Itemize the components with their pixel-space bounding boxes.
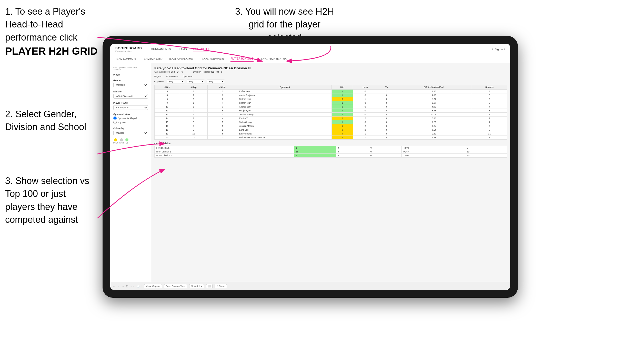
radio-opponents-played-input[interactable] [113, 117, 117, 120]
radio-top100-input[interactable] [113, 121, 117, 124]
sub-nav-player-h2h-grid[interactable]: PLAYER H2H GRID [230, 56, 253, 62]
player-rank-select[interactable]: 8. Katelyn Vo [113, 105, 148, 110]
ood-loss: 0 [336, 154, 369, 158]
td-loss: 1 [353, 136, 378, 140]
toolbar-forward[interactable]: → [122, 285, 124, 287]
filters-section: Region Conference Opponent [154, 75, 507, 78]
player-label: Player [113, 73, 148, 76]
td-win: 2 [332, 136, 353, 140]
toolbar-view-original[interactable]: View: Original [144, 284, 162, 288]
instruction-step3-bottom: 3. Show selection vs Top 100 or just pla… [5, 175, 92, 226]
td-reg: 11 [180, 136, 207, 140]
td-loss: 0 [353, 101, 378, 105]
radio-opponents-played-label: Opponents Played [118, 117, 137, 120]
td-div: 9 [155, 101, 180, 105]
td-diff: 1.50 [396, 90, 472, 93]
sidebar-timestamp: Last Updated: 27/03/2024 16:55:38 [113, 66, 148, 71]
td-div: 10 [155, 105, 180, 109]
toolbar-watch[interactable]: 👁 Watch ▾ [189, 284, 204, 288]
timestamp-line1: Last Updated: 27/03/2024 [113, 66, 137, 69]
toolbar-redo[interactable]: ↩↪ [130, 285, 135, 287]
nav-tournaments[interactable]: TOURNAMENTS [149, 46, 171, 52]
td-conf: 6 [207, 132, 238, 136]
td-loss: 0 [353, 120, 378, 124]
sub-nav-player-heatmap[interactable]: PLAYER H2H HEATMAP [260, 56, 288, 61]
td-diff: 1.25 [396, 120, 472, 124]
table-row: 19 10 6 Emily Chang 4 1 0 0.30 11 [155, 132, 507, 136]
opponent-view-label: Opponent view [113, 113, 148, 115]
nav-signout[interactable]: Sign out [495, 48, 505, 51]
th-loss: Loss [353, 85, 378, 90]
sub-nav-team-h2h-grid[interactable]: TEAM H2H GRID [143, 56, 163, 61]
td-loss: 1 [353, 97, 378, 101]
ood-win: 5 [294, 154, 336, 158]
td-rounds: 4 [472, 120, 507, 124]
th-conf: # Conf [207, 85, 238, 90]
td-opponent: Emily Chang [238, 132, 331, 136]
td-rounds: 2 [472, 113, 507, 117]
td-div: 14 [155, 117, 180, 120]
th-div: # Div [155, 85, 180, 90]
td-div: 18 [155, 128, 180, 132]
td-div: 15 [155, 120, 180, 124]
sub-nav-team-heatmap[interactable]: TEAM H2H HEATMAP [169, 56, 195, 61]
td-diff: 0.30 [396, 132, 472, 136]
nav-info[interactable]: i [492, 48, 492, 51]
gender-select[interactable]: Women's [113, 83, 148, 87]
opponent-select[interactable]: (All) [207, 80, 225, 83]
opponent-view-radios: Opponents Played Top 100 [113, 117, 148, 124]
table-row: 5 2 2 Alexis Sudjianto 1 0 0 4.00 3 [155, 93, 507, 97]
app-nav: SCOREBOARD Powered by clippd TOURNAMENTS… [110, 44, 510, 55]
bottom-toolbar: ↩ ← → ⬚ ↩↪ 🕐 | View: Original Save Custo… [110, 282, 510, 290]
colour-by-select[interactable]: Win/loss [113, 131, 148, 135]
logo-block: SCOREBOARD Powered by clippd [115, 46, 143, 52]
td-rounds: 6 [472, 136, 507, 140]
radio-top100[interactable]: Top 100 [113, 121, 148, 124]
table-row: 10 6 3 Andrea York 2 0 0 4.00 4 [155, 105, 507, 109]
toolbar-save-view[interactable]: Save Custom View [164, 284, 187, 288]
td-reg: 1 [180, 113, 207, 117]
data-title: Katelyn Vo Head-to-Head Grid for Women's… [154, 66, 507, 70]
legend-down-dot [114, 138, 117, 141]
td-win: 1 [332, 93, 353, 97]
td-opponent: Sharon Mun [238, 101, 331, 105]
nav-teams[interactable]: TEAMS [177, 46, 187, 52]
data-record-row: Overall Record: 353 - 34 - 6 Division Re… [154, 71, 507, 73]
toolbar-divider: | [142, 285, 142, 287]
radio-opponents-played[interactable]: Opponents Played [113, 117, 148, 120]
td-opponent: Euna Lee [238, 128, 331, 132]
td-rounds: 9 [472, 117, 507, 120]
td-reg: 10 [180, 132, 207, 136]
td-rounds: 3 [472, 93, 507, 97]
toolbar-grid[interactable]: ⬚ [126, 285, 128, 287]
division-select[interactable]: NCAA Division III [113, 94, 148, 99]
toolbar-back[interactable]: ← [117, 285, 120, 287]
td-conf: 5 [207, 124, 238, 128]
td-opponent: Sydney Kuo [238, 97, 331, 101]
filters-row-inline: Opponents: (All) (All) (All) [154, 80, 507, 83]
toolbar-undo[interactable]: ↩ [113, 285, 115, 287]
td-diff: -0.94 [396, 124, 472, 128]
td-reg: 8 [180, 120, 207, 124]
toolbar-layout[interactable]: ⬜ [206, 284, 213, 288]
toolbar-share[interactable]: ↗ Share [215, 284, 227, 288]
td-opponent: Stella Cheng [238, 120, 331, 124]
td-loss: 0 [353, 109, 378, 113]
td-loss: 1 [353, 132, 378, 136]
ood-table-row: NCAA Division 2 5 0 0 7.400 10 [155, 154, 507, 158]
conference-select[interactable]: (All) [187, 80, 205, 83]
main-table: # Div # Reg # Conf Opponent Win Loss Tie… [154, 85, 507, 140]
sub-nav-player-summary[interactable]: PLAYER SUMMARY [201, 56, 224, 61]
td-win: 1 [332, 120, 353, 124]
sidebar-gender-section: Gender Women's [113, 79, 148, 87]
td-win: 4 [332, 132, 353, 136]
td-tie: 0 [378, 105, 396, 109]
td-reg: 1 [180, 101, 207, 105]
toolbar-clock[interactable]: 🕐 [137, 285, 139, 287]
table-row: 14 7 4 Eunice Yi 2 2 0 0.38 9 [155, 117, 507, 120]
nav-committee[interactable]: COMMITTEE [193, 46, 210, 52]
region-select[interactable]: (All) [167, 80, 185, 83]
th-reg: # Reg [180, 85, 207, 90]
ood-label: Foreign Team [155, 146, 294, 150]
sub-nav-team-summary[interactable]: TEAM SUMMARY [115, 56, 136, 61]
